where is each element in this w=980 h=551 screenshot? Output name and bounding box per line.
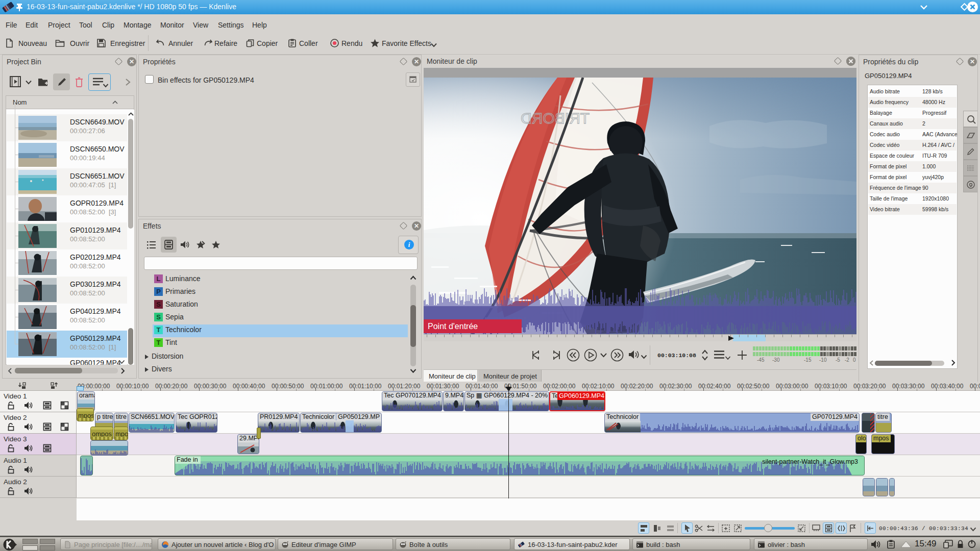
svg-text:TRIBORD: TRIBORD [521,110,590,127]
